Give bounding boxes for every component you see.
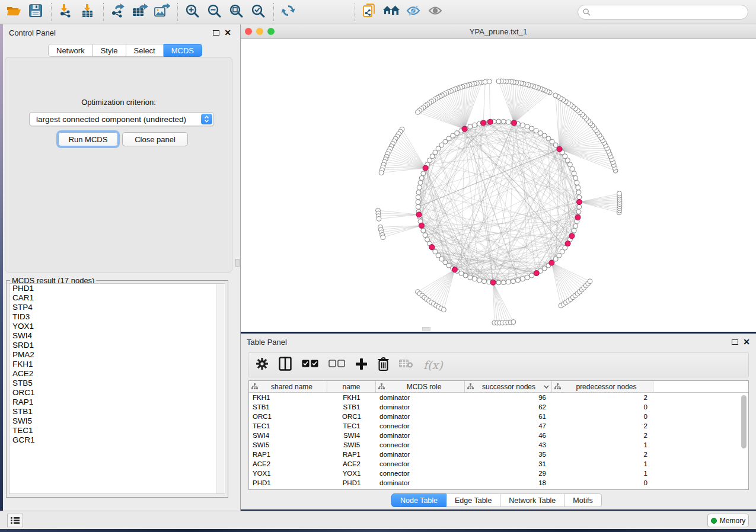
tab-style[interactable]: Style	[93, 44, 126, 57]
mcds-result-item[interactable]: CAR1	[9, 293, 225, 303]
column-header-MCDS-role[interactable]: MCDS role	[376, 381, 465, 392]
network-window-title: YPA_prune.txt_1	[241, 27, 756, 36]
preview-button[interactable]	[426, 3, 444, 21]
network-graph	[241, 39, 756, 332]
graphics-details-button[interactable]	[404, 3, 422, 21]
export-network-button[interactable]	[109, 3, 127, 21]
mcds-result-item[interactable]: YOX1	[9, 322, 225, 331]
run-mcds-button[interactable]: Run MCDS	[58, 132, 118, 146]
network-home-button[interactable]	[382, 3, 400, 21]
criterion-dropdown[interactable]: largest connected component (undirected)	[29, 112, 214, 126]
mcds-result-item[interactable]: RAP1	[9, 398, 225, 407]
mcds-result-item[interactable]: STP4	[9, 303, 225, 312]
table-row[interactable]: PHD1PHD1dominator180	[249, 478, 748, 488]
mcds-result-item[interactable]: PMA2	[9, 350, 225, 360]
status-bar: Memory	[0, 511, 756, 529]
float-panel-icon[interactable]	[213, 30, 219, 36]
close-panel-icon[interactable]: ✕	[224, 28, 231, 37]
hierarchy-icon	[251, 383, 258, 390]
zoom-selected-button[interactable]	[249, 3, 267, 21]
column-view-button[interactable]	[279, 356, 292, 374]
search-input[interactable]	[591, 8, 748, 17]
tab-mcds[interactable]: MCDS	[164, 44, 202, 57]
cell-MCDS-role: dominator	[376, 451, 465, 458]
tab-motifs[interactable]: Motifs	[564, 493, 601, 507]
cell-successor-nodes: 46	[465, 432, 552, 439]
mcds-result-item[interactable]: SWI4	[9, 331, 225, 341]
mcds-result-item[interactable]: GCR1	[9, 435, 225, 445]
deselect-all-button[interactable]	[328, 356, 345, 374]
table-row[interactable]: FKH1FKH1dominator962	[249, 393, 748, 402]
float-table-panel-icon[interactable]	[732, 339, 738, 345]
cell-successor-nodes: 61	[465, 413, 552, 420]
tab-edge-table[interactable]: Edge Table	[446, 493, 500, 507]
table-row[interactable]: SWI4SWI4dominator462	[249, 431, 748, 440]
select-all-button[interactable]	[302, 356, 318, 374]
refresh-view-button[interactable]	[279, 3, 297, 21]
mcds-result-item[interactable]: ACE2	[9, 369, 225, 379]
table-row[interactable]: YOX1YOX1connector291	[249, 469, 748, 478]
import-table-button[interactable]	[79, 3, 97, 21]
search-field[interactable]	[578, 5, 748, 20]
table-row[interactable]: ACE2ACE2connector311	[249, 459, 748, 469]
save-session-button[interactable]	[27, 3, 44, 21]
table-scrollbar-thumb[interactable]	[741, 395, 747, 448]
tab-network[interactable]: Network	[48, 44, 93, 57]
memory-status-icon	[711, 518, 717, 524]
network-canvas[interactable]	[241, 39, 756, 332]
clone-network-button[interactable]	[361, 3, 378, 21]
cell-name: TEC1	[327, 422, 376, 430]
task-history-button[interactable]	[7, 514, 23, 527]
table-settings-button[interactable]	[256, 356, 269, 374]
delete-column-button[interactable]	[378, 356, 389, 374]
tab-select[interactable]: Select	[126, 44, 164, 57]
vertical-divider-handle[interactable]	[235, 259, 240, 267]
table-row[interactable]: STB1STB1dominator620	[249, 402, 748, 412]
mcds-list-scrollbar[interactable]	[216, 284, 224, 494]
import-network-button[interactable]	[57, 3, 75, 21]
horizontal-divider-handle[interactable]	[422, 327, 430, 331]
tab-network-table[interactable]: Network Table	[500, 493, 564, 507]
mcds-result-item[interactable]: PHD1	[9, 284, 225, 293]
memory-button[interactable]: Memory	[707, 514, 749, 527]
mcds-tab-body: Optimization criterion: largest connecte…	[5, 57, 232, 273]
clone-network-icon	[362, 3, 377, 21]
node-table: shared namenameMCDS rolesuccessor nodesp…	[248, 380, 749, 490]
column-header-name[interactable]: name	[327, 381, 376, 392]
mcds-result-item[interactable]: STB5	[9, 379, 225, 388]
cell-name: ORC1	[327, 413, 376, 420]
table-row[interactable]: SWI5SWI5connector431	[249, 440, 748, 450]
mcds-result-item[interactable]: SWI5	[9, 416, 225, 426]
table-row[interactable]: TEC1TEC1connector472	[249, 421, 748, 431]
mcds-result-list[interactable]: PHD1CAR1STP4TID3YOX1SWI4SRD1PMA2FKH1ACE2…	[9, 283, 225, 494]
open-session-button[interactable]	[5, 3, 23, 21]
close-table-panel-icon[interactable]: ✕	[743, 338, 750, 346]
mcds-result-item[interactable]: ORC1	[9, 388, 225, 398]
close-panel-button[interactable]: Close panel	[122, 132, 188, 146]
dropdown-stepper-icon	[201, 114, 212, 124]
mcds-result-item[interactable]: FKH1	[9, 360, 225, 369]
add-column-button[interactable]	[355, 356, 368, 374]
cell-predecessor-nodes: 1	[552, 441, 653, 448]
control-panel-title: Control Panel	[9, 28, 56, 37]
mcds-result-item[interactable]: TID3	[9, 312, 225, 322]
export-table-button[interactable]	[131, 3, 149, 21]
columns-icon	[279, 357, 292, 373]
table-row[interactable]: RAP1RAP1dominator352	[249, 450, 748, 459]
cell-name: FKH1	[327, 394, 376, 401]
mcds-result-item[interactable]: SRD1	[9, 341, 225, 350]
table-scrollbar[interactable]	[741, 394, 747, 489]
column-header-predecessor-nodes[interactable]: predecessor nodes	[552, 381, 653, 392]
tab-node-table[interactable]: Node Table	[391, 493, 446, 507]
column-header-successor-nodes[interactable]: successor nodes	[465, 381, 552, 392]
zoom-out-button[interactable]	[205, 3, 223, 21]
zoom-in-button[interactable]	[183, 3, 201, 21]
column-header-shared-name[interactable]: shared name	[249, 381, 327, 392]
sort-desc-icon	[544, 385, 549, 389]
mcds-result-item[interactable]: STB1	[9, 407, 225, 416]
cell-predecessor-nodes: 1	[552, 460, 653, 467]
zoom-fit-button[interactable]	[227, 3, 245, 21]
mcds-result-item[interactable]: TEC1	[9, 426, 225, 435]
export-image-button[interactable]	[153, 3, 171, 21]
table-row[interactable]: ORC1ORC1dominator610	[249, 412, 748, 421]
